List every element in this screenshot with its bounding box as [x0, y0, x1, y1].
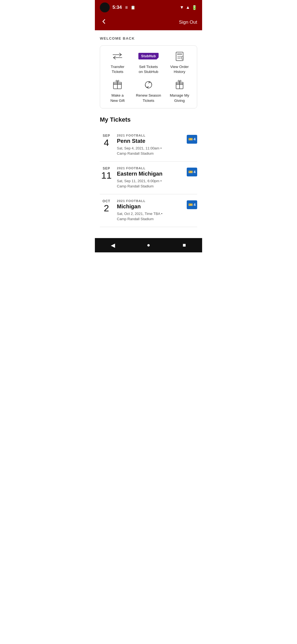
ticket-item[interactable]: OCT 2 2021 FOOTBALL Michigan Sat, Oct 2,…	[100, 194, 197, 227]
ticket-info: 2021 FOOTBALL Eastern Michigan Sat, Sep …	[117, 167, 183, 189]
status-bar: 5:34 ⏸ 📋 ▼ ▲ 🔋	[95, 0, 202, 14]
transfer-tickets-label: TransferTickets	[111, 64, 124, 74]
renew-season-tickets-button[interactable]: Renew SeasonTickets	[134, 79, 163, 103]
stubhub-icon: StubHub	[142, 51, 155, 62]
ticket-date-col: OCT 2	[100, 199, 113, 213]
status-icons: ⏸ 📋	[125, 5, 135, 10]
back-button[interactable]	[100, 17, 108, 27]
view-order-history-button[interactable]: View OrderHistory	[165, 51, 194, 74]
gift-icon	[111, 79, 124, 90]
renew-season-tickets-label: Renew SeasonTickets	[136, 93, 161, 103]
svg-rect-2	[176, 52, 183, 61]
ticket-details: Sat, Sep 11, 2021, 6:00pm •Camp Randall …	[117, 178, 183, 189]
nav-bar: Sign Out	[95, 14, 202, 30]
giving-icon	[173, 79, 186, 90]
ticket-month: OCT	[103, 199, 110, 203]
status-right: ▼ ▲ 🔋	[180, 5, 197, 10]
ticket-badge: 🎫 4	[187, 168, 197, 176]
transfer-tickets-button[interactable]: TransferTickets	[103, 51, 132, 74]
ticket-day: 2	[104, 203, 109, 213]
sign-out-button[interactable]: Sign Out	[179, 20, 197, 25]
ticket-day: 4	[104, 138, 109, 148]
ticket-date-col: SEP 11	[100, 167, 113, 181]
nav-home-button[interactable]: ●	[143, 240, 154, 251]
history-icon	[173, 51, 186, 62]
signal-icon: ▲	[186, 5, 190, 10]
ticket-details: Sat, Oct 2, 2021, Time TBA •Camp Randall…	[117, 211, 183, 222]
action-grid: TransferTickets StubHub Sell Ticketson S…	[103, 51, 194, 103]
ticket-details: Sat, Sep 4, 2021, 11:00am •Camp Randall …	[117, 146, 183, 156]
main-content: WELCOME BACK TransferTickets Stu	[95, 30, 202, 233]
status-circle-icon	[100, 2, 110, 12]
ticket-month: SEP	[103, 134, 110, 138]
my-tickets-title: My Tickets	[100, 116, 197, 123]
ticket-opponent: Eastern Michigan	[117, 171, 183, 177]
action-card: TransferTickets StubHub Sell Ticketson S…	[100, 45, 197, 108]
renew-icon	[142, 79, 155, 90]
ticket-month: SEP	[103, 167, 110, 170]
nav-back-button[interactable]: ◀	[107, 240, 118, 251]
svg-rect-3	[177, 54, 182, 55]
bottom-nav: ◀ ● ■	[95, 238, 202, 252]
ticket-category: 2021 FOOTBALL	[117, 199, 183, 203]
ticket-item[interactable]: SEP 4 2021 FOOTBALL Penn State Sat, Sep …	[100, 129, 197, 162]
ticket-badge: 🎫 4	[187, 200, 197, 209]
status-time: 5:34	[112, 5, 122, 10]
clipboard-icon: 📋	[131, 5, 135, 10]
ticket-day: 11	[101, 170, 112, 181]
ticket-category: 2021 FOOTBALL	[117, 167, 183, 170]
ticket-icon: 🎫	[188, 137, 193, 141]
paused-icon: ⏸	[125, 5, 128, 10]
ticket-opponent: Penn State	[117, 138, 183, 144]
ticket-info: 2021 FOOTBALL Penn State Sat, Sep 4, 202…	[117, 134, 183, 156]
make-new-gift-label: Make aNew Gift	[110, 93, 125, 103]
welcome-text: WELCOME BACK	[100, 36, 197, 40]
ticket-info: 2021 FOOTBALL Michigan Sat, Oct 2, 2021,…	[117, 199, 183, 222]
ticket-icon: 🎫	[188, 203, 193, 207]
ticket-item[interactable]: SEP 11 2021 FOOTBALL Eastern Michigan Sa…	[100, 162, 197, 194]
ticket-badge: 🎫 4	[187, 135, 197, 144]
manage-giving-button[interactable]: Manage MyGiving	[165, 79, 194, 103]
nav-recent-button[interactable]: ■	[179, 240, 190, 251]
ticket-opponent: Michigan	[117, 203, 183, 210]
ticket-date-col: SEP 4	[100, 134, 113, 148]
transfer-icon	[111, 51, 124, 62]
manage-giving-label: Manage MyGiving	[170, 93, 189, 103]
battery-icon: 🔋	[192, 5, 197, 10]
ticket-icon: 🎫	[188, 170, 193, 174]
sell-stubhub-label: Sell Ticketson StubHub	[139, 64, 158, 74]
make-new-gift-button[interactable]: Make aNew Gift	[103, 79, 132, 103]
sell-stubhub-button[interactable]: StubHub Sell Ticketson StubHub	[134, 51, 163, 74]
ticket-category: 2021 FOOTBALL	[117, 134, 183, 137]
view-order-history-label: View OrderHistory	[170, 64, 189, 74]
status-left: 5:34 ⏸ 📋	[100, 2, 135, 12]
stubhub-logo: StubHub	[138, 53, 159, 59]
ticket-list: SEP 4 2021 FOOTBALL Penn State Sat, Sep …	[100, 129, 197, 227]
wifi-icon: ▼	[180, 5, 184, 10]
